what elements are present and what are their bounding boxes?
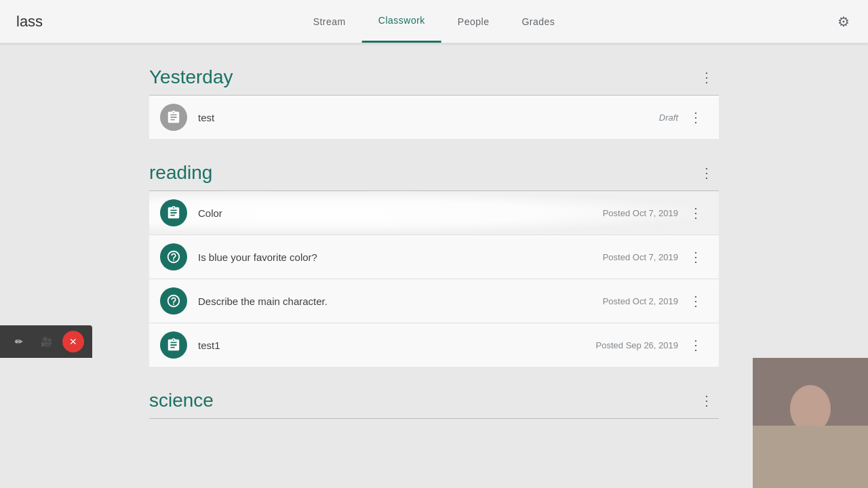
pen-button[interactable]: ✏ bbox=[8, 331, 30, 352]
assignment-name: test bbox=[198, 112, 659, 123]
table-row[interactable]: Is blue your favorite color? Posted Oct … bbox=[149, 235, 719, 279]
close-button[interactable]: ✕ bbox=[62, 331, 84, 352]
yesterday-assignment-list: test Draft bbox=[149, 96, 719, 139]
more-vert-icon bbox=[689, 293, 703, 309]
assignment-more-button[interactable] bbox=[684, 245, 708, 269]
section-reading-more-button[interactable] bbox=[694, 161, 719, 185]
person-silhouette-svg bbox=[753, 358, 868, 488]
settings-button[interactable]: ⚙ bbox=[830, 8, 857, 35]
section-reading-title: reading bbox=[149, 162, 212, 184]
assignment-name: Describe the main character. bbox=[198, 296, 603, 307]
header-actions: ⚙ bbox=[830, 8, 857, 35]
video-overlay bbox=[753, 358, 868, 488]
section-yesterday-header: Yesterday bbox=[149, 65, 719, 96]
more-vert-icon bbox=[689, 109, 703, 125]
more-vert-icon bbox=[689, 205, 703, 221]
question-svg-icon bbox=[166, 249, 181, 264]
assignment-meta: Posted Oct 7, 2019 bbox=[603, 208, 678, 218]
assignment-more-button[interactable] bbox=[684, 289, 708, 313]
section-reading: reading Color Posted Oct 7, 2019 bbox=[149, 161, 719, 367]
table-row[interactable]: Color Posted Oct 7, 2019 bbox=[149, 191, 719, 235]
section-science-header: science bbox=[149, 388, 719, 419]
question-icon bbox=[160, 287, 187, 314]
section-science-more-button[interactable] bbox=[694, 388, 719, 413]
tab-grades[interactable]: Grades bbox=[505, 0, 571, 43]
svg-point-3 bbox=[770, 426, 851, 466]
assignment-more-button[interactable] bbox=[684, 201, 708, 225]
assignment-svg-icon bbox=[166, 338, 181, 352]
more-vert-icon bbox=[689, 337, 703, 353]
more-vert-icon bbox=[700, 69, 713, 85]
video-button[interactable]: 🎥 bbox=[35, 331, 57, 352]
section-yesterday: Yesterday test Draft bbox=[149, 65, 719, 139]
tab-people[interactable]: People bbox=[441, 0, 506, 43]
svg-point-2 bbox=[790, 385, 831, 432]
more-vert-icon bbox=[689, 249, 703, 265]
pen-icon: ✏ bbox=[15, 336, 23, 347]
assignment-more-button[interactable] bbox=[684, 105, 708, 129]
video-feed bbox=[753, 358, 868, 488]
question-icon bbox=[160, 243, 187, 270]
assignment-icon bbox=[160, 331, 187, 359]
section-yesterday-title: Yesterday bbox=[149, 66, 233, 88]
assignment-name: Is blue your favorite color? bbox=[198, 251, 603, 263]
app-title: lass bbox=[0, 13, 43, 30]
question-svg-icon bbox=[166, 293, 181, 308]
reading-assignment-list: Color Posted Oct 7, 2019 Is blue your fa… bbox=[149, 191, 719, 367]
gear-icon: ⚙ bbox=[837, 14, 850, 30]
assignment-svg-icon bbox=[166, 205, 181, 220]
nav-tabs: Stream Classwork People Grades bbox=[297, 0, 572, 43]
assignment-meta: Posted Sep 26, 2019 bbox=[596, 340, 678, 350]
tab-stream[interactable]: Stream bbox=[297, 0, 362, 43]
assignment-icon bbox=[160, 199, 187, 226]
assignment-more-button[interactable] bbox=[684, 333, 708, 357]
section-yesterday-more-button[interactable] bbox=[694, 65, 719, 89]
more-vert-icon bbox=[700, 392, 713, 409]
header: lass Stream Classwork People Grades ⚙ bbox=[0, 0, 868, 43]
section-reading-header: reading bbox=[149, 161, 719, 191]
section-science: science bbox=[149, 388, 719, 419]
main-content: Yesterday test Draft r bbox=[0, 43, 868, 488]
assignment-meta: Posted Oct 2, 2019 bbox=[603, 296, 678, 306]
close-icon: ✕ bbox=[69, 336, 77, 347]
assignment-meta: Posted Oct 7, 2019 bbox=[603, 252, 678, 262]
video-icon: 🎥 bbox=[41, 336, 52, 347]
assignment-name: test1 bbox=[198, 340, 596, 351]
table-row[interactable]: test1 Posted Sep 26, 2019 bbox=[149, 323, 719, 367]
table-row[interactable]: test Draft bbox=[149, 96, 719, 139]
assignment-name: Color bbox=[198, 207, 603, 219]
bottom-toolbar: ✏ 🎥 ✕ bbox=[0, 325, 92, 358]
table-row[interactable]: Describe the main character. Posted Oct … bbox=[149, 279, 719, 323]
tab-classwork[interactable]: Classwork bbox=[362, 0, 441, 43]
assignment-meta-draft: Draft bbox=[659, 113, 678, 123]
assignment-svg-icon bbox=[166, 110, 181, 125]
section-science-title: science bbox=[149, 390, 214, 411]
assignment-icon bbox=[160, 104, 187, 131]
more-vert-icon bbox=[700, 165, 713, 181]
